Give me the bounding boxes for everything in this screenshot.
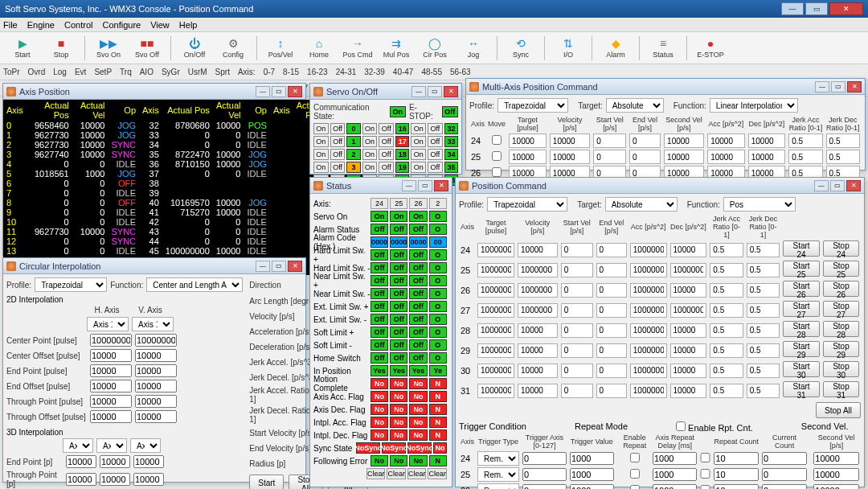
multi-axis-input[interactable] xyxy=(509,150,547,164)
tab-item[interactable]: 48-55 xyxy=(421,68,442,76)
multi-axis-input[interactable] xyxy=(550,134,590,148)
pos-cmd-input[interactable] xyxy=(710,283,743,298)
enable-repeat-checkbox[interactable] xyxy=(620,485,649,489)
center-point-v-input[interactable] xyxy=(135,334,177,347)
rpt-cnt-checkbox[interactable] xyxy=(700,469,710,479)
function-select[interactable]: Center and Length Abs xyxy=(146,277,243,292)
v-axis-select[interactable]: Axis 19 xyxy=(132,317,174,331)
pos-cmd-input[interactable] xyxy=(518,384,558,398)
trigger-value-input[interactable] xyxy=(570,468,614,481)
toolbar-e-stop[interactable]: ●E-STOP xyxy=(693,34,728,63)
center-offset-v-input[interactable] xyxy=(135,349,177,362)
pos-cmd-input[interactable] xyxy=(630,364,667,378)
pos-cmd-input[interactable] xyxy=(670,263,707,277)
stop-axis-button[interactable]: Stop 31 xyxy=(823,381,859,397)
pos-cmd-input[interactable] xyxy=(561,343,593,358)
pos-cmd-input[interactable] xyxy=(518,243,558,257)
tab-item[interactable]: 0-7 xyxy=(264,68,275,76)
toolbar-pos-vel[interactable]: ↕Pos/Vel xyxy=(263,34,298,63)
maximize-panel-button[interactable]: ▭ xyxy=(831,81,845,92)
end-offset-v-input[interactable] xyxy=(135,380,177,392)
menu-control[interactable]: Control xyxy=(64,20,92,30)
pos-cmd-input[interactable] xyxy=(561,243,593,257)
servo-off-button[interactable]: Off xyxy=(428,136,443,147)
trigger-value-input[interactable] xyxy=(570,484,614,489)
minimize-panel-button[interactable]: — xyxy=(814,180,829,191)
repeat-delay-input[interactable] xyxy=(653,452,698,465)
close-panel-button[interactable]: ✕ xyxy=(847,81,862,92)
maximize-panel-button[interactable]: ▭ xyxy=(272,86,286,97)
minimize-panel-button[interactable]: — xyxy=(402,180,416,191)
pos-cmd-input[interactable] xyxy=(747,364,780,378)
close-panel-button[interactable]: ✕ xyxy=(444,86,458,97)
stop-axis-button[interactable]: Stop 28 xyxy=(823,321,859,337)
pos-cmd-input[interactable] xyxy=(630,243,667,257)
tab-item[interactable]: 40-47 xyxy=(393,68,414,76)
pos-cmd-input[interactable] xyxy=(710,343,743,358)
servo-on-button[interactable]: On xyxy=(313,149,329,160)
pos-cmd-input[interactable] xyxy=(561,364,593,378)
multi-axis-input[interactable] xyxy=(707,150,745,164)
through-point-h-input[interactable] xyxy=(90,395,132,408)
pos-cmd-input[interactable] xyxy=(710,263,743,277)
servo-off-button[interactable]: Off xyxy=(379,149,394,160)
stop-axis-button[interactable]: Stop 27 xyxy=(823,301,859,317)
pos-cmd-input[interactable] xyxy=(596,384,627,398)
pos-cmd-input[interactable] xyxy=(630,263,667,277)
pos-cmd-input[interactable] xyxy=(630,303,667,318)
pos-cmd-input[interactable] xyxy=(561,323,593,338)
through-point-3d-1[interactable] xyxy=(100,473,130,486)
start-axis-button[interactable]: Start 25 xyxy=(783,261,820,277)
minimize-panel-button[interactable]: — xyxy=(815,81,829,92)
pos-cmd-input[interactable] xyxy=(477,263,514,277)
pos-cmd-input[interactable] xyxy=(518,343,558,358)
pos-cmd-input[interactable] xyxy=(747,384,780,398)
multi-axis-input[interactable] xyxy=(664,134,704,148)
start-axis-button[interactable]: Start 29 xyxy=(783,341,820,357)
pos-cmd-input[interactable] xyxy=(477,243,514,257)
pos-cmd-input[interactable] xyxy=(747,303,780,318)
tab-item[interactable]: 32-39 xyxy=(364,68,385,76)
close-button[interactable]: ✕ xyxy=(829,2,863,15)
toolbar-home[interactable]: ⌂Home xyxy=(301,34,337,63)
through-offset-v-input[interactable] xyxy=(135,410,177,423)
move-checkbox[interactable] xyxy=(488,135,506,145)
pos-cmd-input[interactable] xyxy=(747,323,780,338)
minimize-panel-button[interactable]: — xyxy=(256,261,270,272)
multi-axis-input[interactable] xyxy=(509,134,547,148)
profile-select[interactable]: Trapezoidal xyxy=(35,277,107,292)
enable-repeat-checkbox[interactable] xyxy=(620,469,649,479)
multi-axis-input[interactable] xyxy=(550,150,590,164)
end-point-3d-1[interactable] xyxy=(100,455,130,468)
toolbar-stop[interactable]: ■Stop xyxy=(43,34,79,63)
through-point-3d-2[interactable] xyxy=(133,473,164,486)
servo-on-button[interactable]: On xyxy=(313,123,329,134)
servo-on-button[interactable]: On xyxy=(362,123,378,134)
multi-axis-input[interactable] xyxy=(748,134,786,148)
toolbar-start[interactable]: ▶Start xyxy=(5,34,40,63)
maximize-panel-button[interactable]: ▭ xyxy=(418,180,432,191)
profile-select[interactable]: Trapezoidal xyxy=(487,197,567,212)
servo-off-button[interactable]: Off xyxy=(379,162,394,173)
maximize-panel-button[interactable]: ▭ xyxy=(272,261,286,272)
tab-item[interactable]: ToPr xyxy=(3,68,20,76)
servo-off-button[interactable]: Off xyxy=(428,149,443,160)
repeat-count-input[interactable] xyxy=(714,468,759,481)
clear-button[interactable]: Clear xyxy=(387,468,406,479)
multi-axis-input[interactable] xyxy=(593,134,626,148)
close-panel-button[interactable]: ✕ xyxy=(846,180,861,191)
pos-cmd-input[interactable] xyxy=(630,323,667,338)
pos-cmd-input[interactable] xyxy=(630,384,667,398)
pos-cmd-input[interactable] xyxy=(710,384,743,398)
repeat-delay-input[interactable] xyxy=(653,468,698,481)
through-offset-h-input[interactable] xyxy=(90,410,132,423)
toolbar-on-off[interactable]: ⏻On/Off xyxy=(177,34,212,63)
multi-axis-input[interactable] xyxy=(629,150,661,164)
start-axis-button[interactable]: Start 28 xyxy=(783,321,820,337)
menu-view[interactable]: View xyxy=(150,20,170,30)
pos-cmd-input[interactable] xyxy=(596,263,627,277)
pos-cmd-input[interactable] xyxy=(518,283,558,298)
axis0-select[interactable]: Axis 0 xyxy=(63,438,93,453)
toolbar-i-o[interactable]: ⇅I/O xyxy=(551,34,586,63)
repeat-count-input[interactable] xyxy=(714,452,759,465)
